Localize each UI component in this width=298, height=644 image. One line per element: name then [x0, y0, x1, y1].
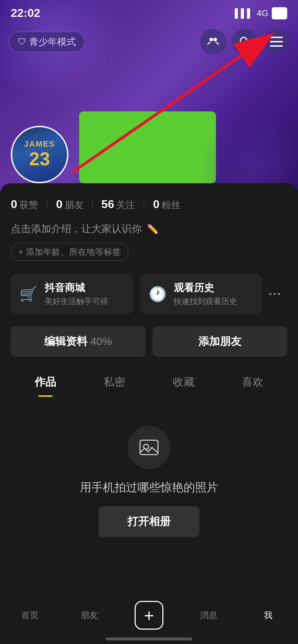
avatar[interactable]: JAMES 23: [11, 126, 68, 183]
stat-divider-3: [144, 199, 144, 210]
friends-icon-button[interactable]: [200, 29, 226, 55]
empty-state: 用手机拍过哪些惊艳的照片 打开相册: [11, 397, 287, 558]
history-subtitle: 快速找到观看历史: [174, 296, 237, 307]
status-time: 22:02: [11, 6, 40, 20]
shop-subtitle: 美好生活触手可得: [45, 296, 108, 307]
tab-private-label: 私密: [104, 376, 125, 388]
add-tags-button[interactable]: + 添加年龄、所在地等标签: [11, 243, 128, 261]
avatar-inner: JAMES 23: [12, 127, 67, 182]
bio-row[interactable]: 点击添加介绍，让大家认识你 ✏️: [11, 218, 287, 239]
svg-rect-4: [270, 37, 283, 38]
youth-mode-icon: 🛡: [18, 37, 26, 47]
edit-profile-label: 编辑资料: [44, 335, 87, 347]
svg-rect-5: [270, 41, 283, 42]
shop-info: 抖音商城 美好生活触手可得: [45, 281, 108, 307]
content-section: 0 获赞 0 朋友 56 关注 0 粉丝 点击添加介绍，让大家认识你 ✏️ + …: [0, 183, 298, 623]
nav-friends-label: 朋友: [81, 610, 98, 621]
bottom-nav: 首页 朋友 + 消息 我: [0, 593, 298, 644]
tabs-row: 作品 私密 收藏 喜欢: [0, 368, 298, 397]
nav-icon-group: [200, 29, 289, 55]
history-info: 观看历史 快速找到观看历史: [174, 281, 237, 307]
stat-divider-2: [92, 199, 93, 210]
service-row: 🛒 抖音商城 美好生活触手可得 🕐 观看历史 快速找到观看历史: [11, 268, 287, 323]
stat-friends: 0 朋友: [56, 198, 83, 211]
shop-title: 抖音商城: [45, 281, 108, 295]
home-indicator: [106, 638, 192, 640]
following-count: 56: [101, 198, 114, 211]
jersey-name: JAMES: [24, 140, 55, 148]
empty-icon: [127, 426, 171, 469]
tags-row: + 添加年龄、所在地等标签: [11, 239, 287, 268]
friends-label: 朋友: [65, 199, 83, 211]
svg-point-1: [213, 38, 217, 41]
nav-me[interactable]: 我: [238, 610, 298, 621]
douyin-shop-card[interactable]: 🛒 抖音商城 美好生活触手可得: [11, 274, 133, 314]
add-friend-label: 添加朋友: [198, 335, 241, 347]
svg-line-3: [246, 43, 250, 47]
tab-works-label: 作品: [35, 376, 56, 388]
battery-indicator: 70: [272, 7, 287, 19]
username-box: [79, 111, 216, 183]
tab-favorites-label: 收藏: [173, 376, 194, 388]
history-title: 观看历史: [174, 281, 237, 295]
jersey-number: 23: [24, 149, 55, 169]
nav-messages-label: 消息: [200, 610, 217, 621]
add-friend-button[interactable]: 添加朋友: [153, 326, 287, 357]
followers-label: 粉丝: [162, 199, 180, 211]
status-icons: ▌▌▌ 4G 70: [235, 7, 287, 19]
nav-post[interactable]: +: [119, 601, 179, 630]
youth-mode-label: 青少年模式: [29, 36, 76, 48]
followers-count: 0: [153, 198, 159, 211]
tab-works[interactable]: 作品: [11, 368, 80, 397]
open-album-button[interactable]: 打开相册: [99, 506, 199, 537]
add-tags-label: + 添加年龄、所在地等标签: [18, 246, 121, 258]
watch-history-card[interactable]: 🕐 观看历史 快速找到观看历史: [140, 274, 262, 314]
svg-point-9: [269, 293, 271, 295]
svg-point-11: [278, 293, 280, 295]
stat-following: 56 关注: [101, 198, 135, 211]
svg-point-2: [240, 37, 247, 44]
nav-home[interactable]: 首页: [0, 610, 60, 621]
plus-icon: +: [144, 606, 154, 625]
empty-text: 用手机拍过哪些惊艳的照片: [80, 480, 218, 496]
tab-likes[interactable]: 喜欢: [218, 368, 287, 397]
tab-favorites[interactable]: 收藏: [149, 368, 218, 397]
profile-area: JAMES 23: [0, 111, 298, 194]
stat-likes: 0 获赞: [11, 198, 38, 211]
youth-mode-button[interactable]: 🛡 青少年模式: [9, 32, 85, 52]
open-album-label: 打开相册: [127, 515, 171, 527]
nav-messages[interactable]: 消息: [179, 610, 239, 621]
signal-icon: ▌▌▌: [235, 8, 253, 18]
nav-friends[interactable]: 朋友: [60, 610, 119, 621]
header-background: 22:02 ▌▌▌ 4G 70 🛡 青少年模式: [0, 0, 298, 194]
edit-profile-progress: 40%: [90, 335, 112, 347]
svg-rect-6: [270, 45, 283, 47]
post-button[interactable]: +: [135, 601, 163, 630]
edit-profile-button[interactable]: 编辑资料 40%: [11, 326, 145, 357]
stat-followers: 0 粉丝: [153, 198, 180, 211]
shop-icon: 🛒: [19, 286, 37, 303]
following-label: 关注: [116, 199, 135, 211]
network-type: 4G: [257, 8, 268, 18]
svg-point-0: [209, 38, 213, 41]
status-bar: 22:02 ▌▌▌ 4G 70: [0, 0, 298, 23]
stat-divider-1: [47, 199, 48, 210]
action-buttons: 编辑资料 40% 添加朋友: [11, 323, 287, 368]
tab-likes-label: 喜欢: [242, 376, 263, 388]
friends-count: 0: [56, 198, 63, 211]
tab-private[interactable]: 私密: [80, 368, 149, 397]
svg-point-10: [274, 293, 276, 295]
menu-icon-button[interactable]: [263, 29, 289, 55]
stats-row: 0 获赞 0 朋友 56 关注 0 粉丝: [11, 194, 287, 218]
top-nav: 🛡 青少年模式: [0, 29, 298, 55]
search-icon-button[interactable]: [232, 29, 258, 55]
edit-bio-icon: ✏️: [147, 224, 158, 235]
history-icon: 🕐: [149, 286, 167, 303]
likes-label: 获赞: [19, 199, 38, 211]
service-more-button[interactable]: [262, 287, 287, 301]
nav-home-label: 首页: [21, 610, 39, 621]
nav-me-label: 我: [264, 610, 272, 621]
bio-text: 点击添加介绍，让大家认识你: [11, 222, 142, 236]
jersey-text: JAMES 23: [24, 140, 55, 169]
likes-count: 0: [11, 198, 17, 211]
